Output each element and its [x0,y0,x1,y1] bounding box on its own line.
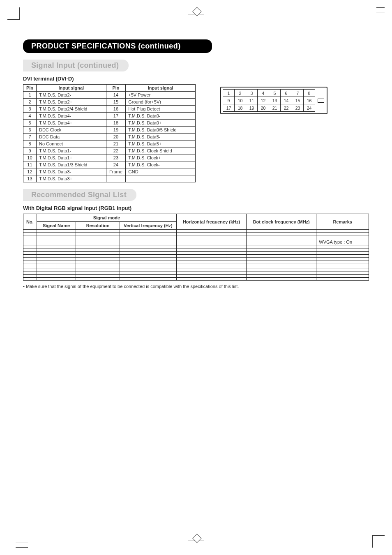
connector-pin: 16 [304,97,315,104]
register-mark-icon [374,278,386,290]
cell-name [37,260,76,263]
cell-res [76,263,120,266]
cell-pin: Frame [106,168,126,175]
table-row: 12T.M.D.S. Data3-FrameGND [23,168,196,175]
cell-pin: 18 [106,120,126,127]
th-sig: Input signal [126,85,196,92]
cell-vf [120,249,176,252]
cell-signal: T.M.D.S. Data4- [36,113,106,120]
table-row [23,266,369,269]
cell-dot [247,238,316,246]
connector-pin: 24 [304,104,315,112]
cell-signal: T.M.D.S. Data3+ [36,175,106,182]
cell-hf [177,238,247,246]
cell-signal: T.M.D.S. Data1/3 Shield [36,161,106,168]
connector-pin: 22 [281,104,292,112]
cell-hf [177,260,247,263]
cell-hf [177,249,247,252]
table-row [23,230,369,233]
cell-res [76,249,120,252]
cell-name [37,275,76,278]
cell-vf [120,252,176,255]
table-row [23,246,369,249]
cell-no [23,275,37,278]
connector-pin: 17 [223,104,235,112]
cell-res [76,233,120,235]
chapter-title: PRODUCT SPECIFICATIONS (continued) [23,39,212,53]
table-row [23,255,369,258]
cell-hf [177,252,247,255]
cell-no [23,272,37,275]
cell-res [76,278,120,281]
cell-remarks [316,233,369,235]
cell-pin: 16 [106,106,126,113]
cell-no [23,255,37,258]
connector-row: 1718192021222324 [223,104,315,112]
cell-vf [120,235,176,238]
cell-res [76,246,120,249]
cell-signal: T.M.D.S. Data3- [36,168,106,175]
register-mark-icon [6,278,18,290]
cell-hf [177,230,247,233]
cell-remarks [316,275,369,278]
cell-dot [247,275,316,278]
cell-signal: T.M.D.S. Data1- [36,147,106,154]
cell-hf [177,266,247,269]
cell-pin: 15 [106,99,126,106]
connector-key-icon [318,99,324,103]
connector-pin: 9 [223,97,235,104]
cell-name [37,266,76,269]
table-row: 11T.M.D.S. Data1/3 Shield24T.M.D.S. Cloc… [23,161,196,168]
cell-signal: T.M.D.S. Data1+ [36,154,106,161]
table-row: 1T.M.D.S. Data2-14+5V Power [23,92,196,99]
cell-vf [120,233,176,235]
connector-pin: 21 [269,104,281,112]
cell-no [23,266,37,269]
cell-pin: 21 [106,140,126,147]
cell-no [23,278,37,281]
table-row [23,263,369,266]
cell-dot [247,246,316,249]
cell-name [37,269,76,272]
cell-signal [126,175,196,182]
connector-pin: 12 [258,97,269,104]
cell-dot [247,258,316,260]
cell-hf [177,272,247,275]
section-title: Signal Input (continued) [23,60,129,71]
table-row: 4T.M.D.S. Data4-17T.M.D.S. Data0- [23,113,196,120]
cell-signal: T.M.D.S. Data4+ [36,120,106,127]
cell-res [76,258,120,260]
cell-signal: +5V Power [126,92,196,99]
cell-res [76,260,120,263]
cell-signal: No Connect [36,140,106,147]
cell-signal: GND [126,168,196,175]
page: PRODUCT SPECIFICATIONS (continued) Signa… [0,0,392,555]
th-mode: Signal mode [37,214,176,222]
cell-res [76,266,120,269]
table-row: 8No Connect21T.M.D.S. Data5+ [23,140,196,147]
cell-hf [177,263,247,266]
table-row [23,269,369,272]
cell-vf [120,278,176,281]
cell-pin: 7 [23,134,37,140]
table-row: 3T.M.D.S. Data2/4 Shield16Hot Plug Detec… [23,106,196,113]
cell-name [37,249,76,252]
cell-name [37,258,76,260]
cell-remarks [316,252,369,255]
cell-pin: 12 [23,168,37,175]
connector-pin: 4 [258,90,269,97]
cell-no [23,233,37,235]
connector-row: 910111213141516 [223,97,315,104]
cell-signal: T.M.D.S. Data0+ [126,120,196,127]
cell-no [23,246,37,249]
cell-res [76,235,120,238]
register-mark-icon [188,14,204,14]
cell-no [23,235,37,238]
cell-remarks [316,260,369,263]
cell-name [37,233,76,235]
cell-signal: T.M.D.S. Data2- [36,92,106,99]
cell-pin: 20 [106,134,126,140]
cell-no [23,260,37,263]
cell-hf [177,278,247,281]
connector-pin: 20 [258,104,269,112]
